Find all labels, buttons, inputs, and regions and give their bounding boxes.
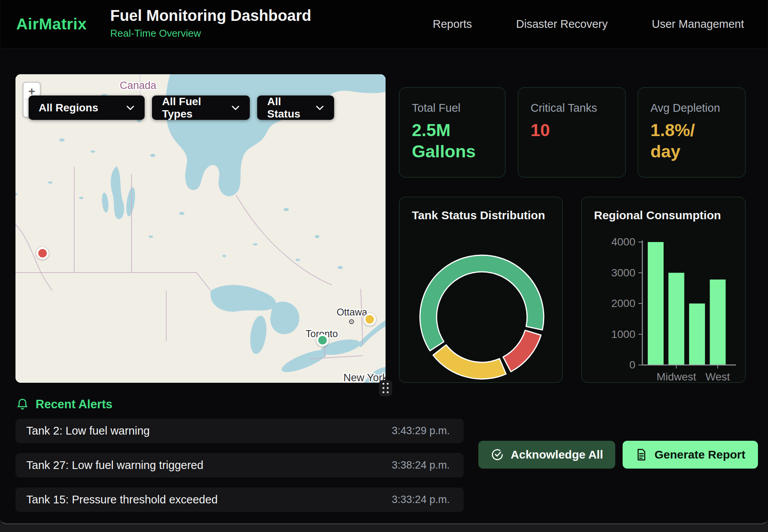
map-marker-critical[interactable] <box>36 247 49 259</box>
alert-row[interactable]: Tank 15: Pressure threshold exceeded 3:3… <box>15 488 464 512</box>
alert-time: 3:33:24 p.m. <box>392 494 450 506</box>
map-label-new-york: New York <box>343 372 386 383</box>
acknowledge-all-button[interactable]: Acknowledge All <box>478 441 615 469</box>
svg-text:2000: 2000 <box>611 297 635 309</box>
tank-status-donut-chart <box>399 197 563 383</box>
region-filter-select[interactable]: All Regions <box>29 95 145 120</box>
stat-label: Critical Tanks <box>531 102 613 114</box>
map-label-canada: Canada <box>120 80 157 91</box>
status-filter-value: All Status <box>267 95 307 120</box>
generate-report-label: Generate Report <box>654 448 745 461</box>
map-panel: Canada Ottawa Toronto New York + − All R… <box>15 74 386 383</box>
map-filters: All Regions All Fuel Types All Status <box>29 95 334 120</box>
svg-text:Midwest: Midwest <box>657 371 696 383</box>
svg-text:1000: 1000 <box>611 328 635 340</box>
svg-text:3000: 3000 <box>611 267 635 279</box>
alert-row[interactable]: Tank 27: Low fuel warning triggered 3:38… <box>15 453 464 477</box>
map-marker-warning[interactable] <box>364 313 376 326</box>
tank-status-distribution-card: Tank Status Distribution <box>399 197 563 383</box>
stat-card-total-fuel: Total Fuel 2.5M Gallons <box>399 87 505 177</box>
svg-text:West: West <box>705 371 730 383</box>
stat-value-total-fuel: 2.5M Gallons <box>412 120 493 162</box>
acknowledge-all-label: Acknowledge All <box>511 448 603 461</box>
map-label-ottawa: Ottawa <box>336 307 367 317</box>
dashboard-panel: AirMatrix Fuel Monitoring Dashboard Real… <box>0 0 768 524</box>
bell-icon <box>16 398 29 411</box>
stat-value-critical-tanks: 10 <box>531 120 613 141</box>
brand-logo: AirMatrix <box>16 15 87 33</box>
stat-card-critical-tanks: Critical Tanks 10 <box>518 87 626 177</box>
region-filter-value: All Regions <box>39 102 98 114</box>
main-nav: Reports Disaster Recovery User Managemen… <box>433 0 744 48</box>
stat-value-avg-depletion: 1.8%/day <box>650 120 699 162</box>
nav-item-user-management[interactable]: User Management <box>652 18 744 31</box>
header: AirMatrix Fuel Monitoring Dashboard Real… <box>1 0 767 48</box>
document-icon <box>635 448 647 461</box>
regional-consumption-card: Regional Consumption 01000200030004000Mi… <box>581 197 746 383</box>
alert-message: Tank 2: Low fuel warning <box>26 425 150 437</box>
alert-row[interactable]: Tank 2: Low fuel warning 3:43:29 p.m. <box>15 419 464 443</box>
alert-message: Tank 15: Pressure threshold exceeded <box>26 493 218 506</box>
alert-time: 3:38:24 p.m. <box>392 459 450 471</box>
recent-alerts-title: Recent Alerts <box>36 397 113 411</box>
map-canvas[interactable]: Canada Ottawa Toronto New York <box>15 74 386 383</box>
chevron-down-icon <box>126 105 135 111</box>
nav-item-disaster-recovery[interactable]: Disaster Recovery <box>516 18 608 31</box>
chevron-down-icon <box>316 105 324 111</box>
fuel-type-filter-select[interactable]: All Fuel Types <box>152 95 250 120</box>
stat-label: Total Fuel <box>412 102 493 114</box>
recent-alerts-header: Recent Alerts <box>16 397 113 411</box>
check-circle-icon <box>491 448 504 461</box>
alert-time: 3:43:29 p.m. <box>392 425 450 437</box>
svg-text:0: 0 <box>629 359 635 371</box>
page-title: Fuel Monitoring Dashboard <box>110 7 311 24</box>
stat-card-avg-depletion: Avg Depletion 1.8%/day <box>638 87 746 177</box>
map-resize-handle[interactable] <box>379 380 392 396</box>
nav-item-reports[interactable]: Reports <box>433 18 472 31</box>
map-marker-normal[interactable] <box>316 334 329 346</box>
chevron-down-icon <box>231 105 240 111</box>
svg-text:4000: 4000 <box>611 236 635 248</box>
alert-message: Tank 27: Low fuel warning triggered <box>26 459 203 472</box>
fuel-type-filter-value: All Fuel Types <box>162 95 223 120</box>
status-filter-select[interactable]: All Status <box>257 95 334 120</box>
generate-report-button[interactable]: Generate Report <box>623 441 758 469</box>
stat-label: Avg Depletion <box>650 102 733 114</box>
regional-consumption-bar-chart: 01000200030004000MidwestWest <box>582 197 746 383</box>
page-subtitle: Real-Time Overview <box>110 27 311 39</box>
title-block: Fuel Monitoring Dashboard Real-Time Over… <box>110 7 311 39</box>
